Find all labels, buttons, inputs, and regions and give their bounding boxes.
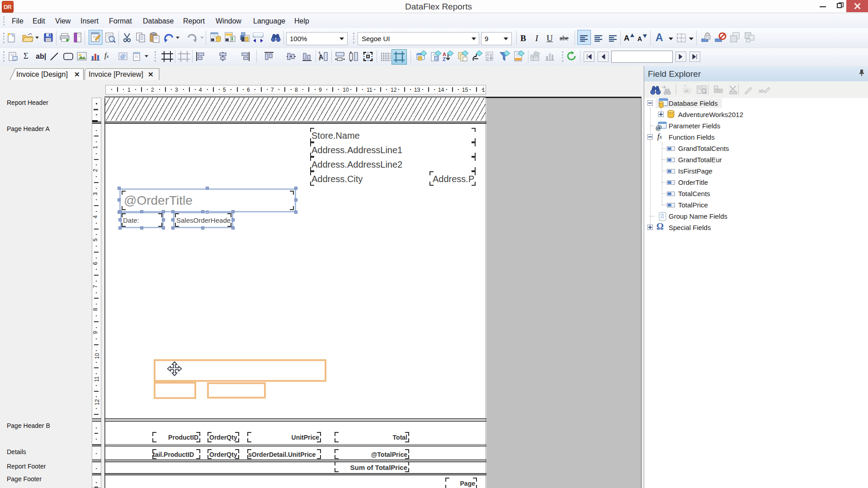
svg-text:@: @ [656,124,662,131]
svg-text:Z: Z [486,56,489,61]
svg-text:ab: ab [759,88,764,94]
svg-text:@: @ [120,52,126,59]
svg-text:ab: ab [684,89,689,93]
svg-text:A: A [319,53,323,61]
svg-text:Z: Z [443,56,446,62]
